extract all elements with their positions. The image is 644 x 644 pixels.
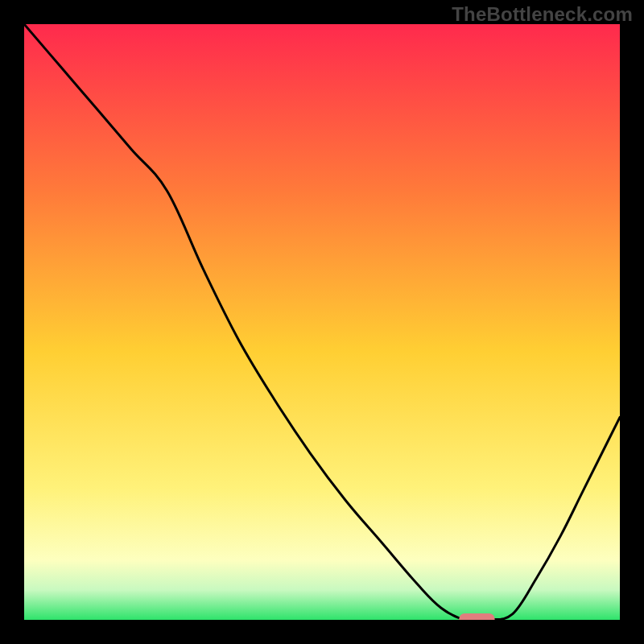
gradient-background [24, 24, 620, 620]
bottleneck-chart [24, 24, 620, 620]
chart-frame: TheBottleneck.com [0, 0, 644, 644]
watermark-text: TheBottleneck.com [452, 3, 633, 26]
optimal-marker [459, 613, 494, 620]
plot-area [24, 24, 620, 620]
